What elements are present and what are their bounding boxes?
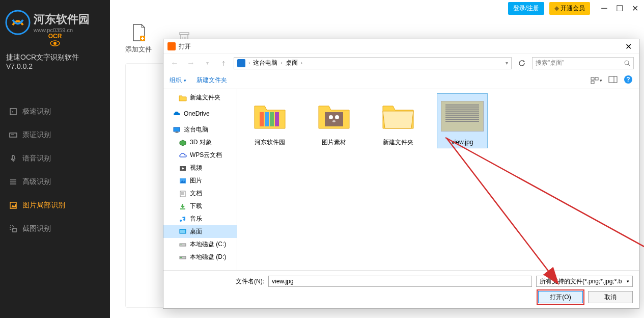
search-placeholder: 搜索"桌面" — [536, 59, 565, 67]
add-file-button[interactable]: 添加文件 — [125, 23, 152, 54]
sidebar: 河东软件园 www.pc0359.cn OCR 捷速OCR文字识别软件V7.0.… — [0, 0, 110, 318]
help-button[interactable]: ? — [624, 75, 633, 86]
nav-back-button[interactable]: ← — [169, 57, 181, 69]
file-open-dialog: 打开 ✕ ← → ▾ ↑ › 这台电脑 › 桌面 › ▾ 搜索"桌面" 组织 ▾… — [163, 39, 639, 309]
nav-advanced[interactable]: 高级识别 — [0, 170, 110, 194]
nav-speed[interactable]: 极速识别 — [0, 100, 110, 123]
file-label: 新建文件夹 — [383, 138, 413, 147]
refresh-button[interactable] — [516, 57, 528, 69]
file-folder-2[interactable]: 图片素材 — [309, 93, 359, 149]
nav-recent-button[interactable]: ▾ — [201, 57, 213, 69]
filename-label: 文件名(N): — [236, 277, 264, 286]
svg-rect-6 — [12, 155, 14, 160]
svg-rect-34 — [176, 131, 178, 132]
nav-screenshot[interactable]: 截图识别 — [0, 217, 110, 241]
nav-forward-button[interactable]: → — [185, 57, 197, 69]
tree-videos[interactable]: 视频 — [163, 162, 237, 174]
svg-marker-12 — [11, 204, 16, 207]
address-bar[interactable]: › 这台电脑 › 桌面 › ▾ — [234, 57, 512, 69]
svg-rect-3 — [10, 109, 16, 115]
tree-wps-cloud[interactable]: WPS云文档 — [163, 149, 237, 162]
svg-point-62 — [329, 115, 333, 119]
svg-rect-47 — [180, 230, 185, 233]
svg-rect-26 — [591, 77, 594, 80]
dialog-title: 打开 — [179, 42, 191, 51]
file-grid: 河东软件园 图片素材 新建文件夹 view.jpg — [237, 89, 639, 270]
login-button[interactable]: 登录/注册 — [508, 2, 544, 15]
tree-disk-c[interactable]: 本地磁盘 (C:) — [163, 238, 237, 251]
tree-disk-d[interactable]: 本地磁盘 (D:) — [163, 251, 237, 263]
svg-marker-36 — [180, 140, 186, 146]
dialog-close-button[interactable]: ✕ — [622, 42, 635, 51]
svg-point-63 — [335, 115, 339, 119]
titlebar: 登录/注册 ◆开通会员 ─ ☐ ✕ — [110, 0, 644, 14]
svg-rect-29 — [609, 76, 617, 83]
nav: 极速识别 票证识别 语音识别 高级识别 图片局部识别 截图识别 — [0, 100, 110, 241]
svg-rect-35 — [175, 132, 179, 133]
tree-music[interactable]: 音乐 — [163, 213, 237, 225]
file-filter-dropdown[interactable]: 所有支持的文件(*.png;*.jpg;*.b▾ — [536, 276, 633, 287]
new-folder-button[interactable]: 新建文件夹 — [197, 76, 227, 85]
cancel-button[interactable]: 取消 — [588, 291, 633, 303]
tree-new-folder[interactable]: 新建文件夹 — [163, 91, 237, 104]
file-view-jpg[interactable]: view.jpg — [437, 93, 488, 148]
file-label: view.jpg — [452, 139, 473, 146]
svg-rect-59 — [270, 112, 274, 126]
svg-marker-23 — [523, 60, 525, 62]
breadcrumb-pc[interactable]: 这台电脑 — [253, 59, 277, 67]
svg-rect-28 — [591, 81, 594, 84]
file-folder-1[interactable]: 河东软件园 — [244, 93, 295, 149]
brand-name: 河东软件园 — [34, 12, 90, 27]
search-input[interactable]: 搜索"桌面" — [532, 57, 634, 69]
svg-line-25 — [628, 64, 630, 66]
photo-thumbnail — [441, 101, 484, 131]
nav-up-button[interactable]: ↑ — [217, 57, 230, 69]
svg-point-2 — [53, 42, 57, 45]
nav-ticket[interactable]: 票证识别 — [0, 123, 110, 147]
nav-partial-image[interactable]: 图片局部识别 — [0, 194, 110, 217]
svg-rect-58 — [265, 112, 269, 126]
svg-rect-49 — [180, 245, 182, 245]
file-label: 河东软件园 — [255, 138, 285, 147]
app-title: 捷速OCR文字识别软件V7.0.0.2 — [0, 49, 110, 80]
pc-icon — [237, 59, 245, 67]
close-button[interactable]: ✕ — [631, 4, 639, 12]
organize-button[interactable]: 组织 ▾ — [170, 76, 186, 85]
tree-onedrive[interactable]: OneDrive — [163, 108, 237, 119]
nav-voice[interactable]: 语音识别 — [0, 147, 110, 170]
tree-pictures[interactable]: 图片 — [163, 174, 237, 187]
tree-documents[interactable]: 文档 — [163, 187, 237, 200]
svg-rect-14 — [13, 228, 16, 232]
svg-rect-4 — [10, 133, 17, 137]
svg-rect-33 — [174, 127, 180, 131]
dialog-icon — [167, 42, 176, 50]
svg-rect-51 — [180, 257, 182, 258]
svg-text:?: ? — [626, 76, 630, 83]
tree-this-pc[interactable]: 这台电脑 — [163, 123, 237, 136]
view-mode-button[interactable]: ▾ — [591, 77, 602, 84]
preview-pane-button[interactable] — [608, 76, 618, 85]
tree-desktop[interactable]: 桌面 — [163, 225, 237, 238]
search-icon — [624, 60, 630, 66]
svg-rect-19 — [180, 33, 189, 35]
folder-tree: 新建文件夹 OneDrive 这台电脑 3D 对象 WPS云文档 视频 图片 文… — [163, 89, 237, 270]
file-folder-3[interactable]: 新建文件夹 — [373, 93, 424, 149]
file-label: 图片素材 — [322, 138, 346, 147]
svg-rect-27 — [595, 77, 598, 80]
maximize-button[interactable]: ☐ — [615, 4, 624, 12]
svg-rect-13 — [10, 226, 14, 229]
tree-3d-objects[interactable]: 3D 对象 — [163, 136, 237, 149]
add-file-label: 添加文件 — [125, 45, 152, 54]
svg-rect-57 — [260, 112, 264, 126]
svg-point-24 — [625, 61, 629, 65]
svg-point-64 — [332, 120, 335, 122]
svg-rect-61 — [325, 112, 343, 126]
vip-button[interactable]: ◆开通会员 — [549, 2, 590, 15]
svg-rect-60 — [275, 112, 279, 126]
minimize-button[interactable]: ─ — [600, 4, 608, 12]
open-button[interactable]: 打开(O) — [538, 291, 583, 303]
breadcrumb-desktop[interactable]: 桌面 — [286, 59, 298, 67]
filename-input[interactable] — [268, 276, 532, 287]
svg-point-0 — [6, 11, 30, 34]
tree-downloads[interactable]: 下载 — [163, 200, 237, 213]
